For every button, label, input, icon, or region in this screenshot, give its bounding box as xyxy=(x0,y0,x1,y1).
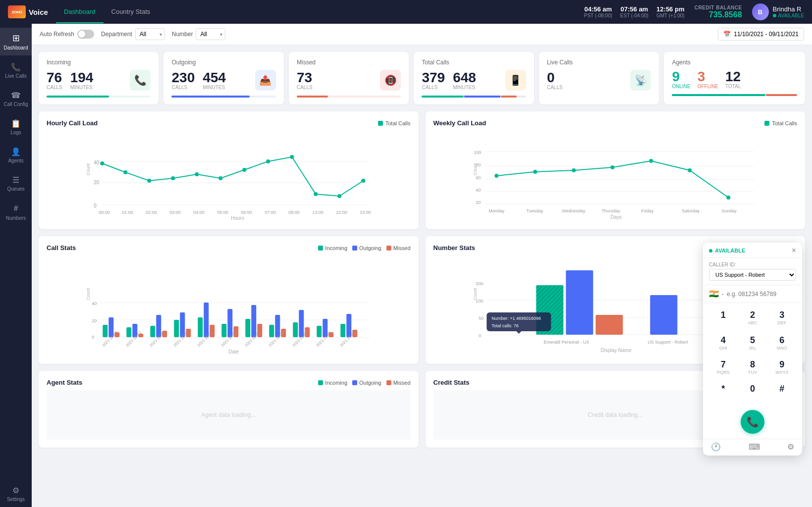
dial-key-0[interactable]: 0 xyxy=(738,380,766,404)
total-minutes: 648 xyxy=(453,71,476,85)
tab-dashboard[interactable]: Dashboard xyxy=(56,1,104,23)
svg-text:Thursday: Thursday xyxy=(601,208,620,213)
sidebar-item-dashboard[interactable]: ⊞ Dashboard xyxy=(0,28,32,55)
svg-text:100: 100 xyxy=(476,299,483,304)
dial-key-2[interactable]: 2 ABC xyxy=(738,306,766,330)
svg-text:40: 40 xyxy=(94,160,100,165)
dialpad-header: AVAILABLE × xyxy=(703,243,802,258)
svg-text:40: 40 xyxy=(476,188,481,193)
total-icon: 📱 xyxy=(505,70,526,91)
svg-text:Count: Count xyxy=(86,163,91,175)
svg-point-18 xyxy=(361,179,365,183)
svg-point-7 xyxy=(100,161,104,165)
sidebar-item-settings[interactable]: ⚙ Settings xyxy=(0,481,32,507)
keypad-icon[interactable]: ⌨ xyxy=(749,442,760,452)
dial-key-1[interactable]: 1 xyxy=(709,306,737,330)
dial-key-5[interactable]: 5 JKL xyxy=(738,331,766,355)
svg-text:08:00: 08:00 xyxy=(288,210,300,215)
svg-text:0: 0 xyxy=(479,333,481,338)
settings-icon: ⚙ xyxy=(12,486,19,495)
sidebar-item-agents[interactable]: 👤 Agents xyxy=(0,142,32,168)
missed-title: Missed xyxy=(297,59,401,66)
available-label: AVAILABLE xyxy=(715,248,745,254)
caller-id-label: CALLER ID: xyxy=(709,262,796,267)
total-title: Total Calls xyxy=(422,59,526,66)
svg-text:Days: Days xyxy=(610,214,622,220)
incoming-calls: 76 xyxy=(47,71,62,85)
svg-text:04:00: 04:00 xyxy=(193,210,205,215)
svg-rect-89 xyxy=(293,322,298,337)
number-select[interactable]: All xyxy=(196,28,225,40)
svg-point-8 xyxy=(123,170,127,174)
svg-text:20: 20 xyxy=(92,318,97,323)
svg-point-9 xyxy=(147,179,151,183)
department-select[interactable]: All xyxy=(135,28,165,40)
svg-rect-68 xyxy=(126,327,131,337)
svg-rect-120 xyxy=(566,270,593,335)
tab-country-stats[interactable]: Country Stats xyxy=(104,1,159,23)
svg-text:Saturday: Saturday xyxy=(682,208,700,213)
svg-text:Hours: Hours xyxy=(231,215,244,220)
dial-key-3[interactable]: 3 DEF xyxy=(768,306,796,330)
dialpad-overlay: AVAILABLE × CALLER ID: US Support - Robe… xyxy=(703,243,802,456)
svg-point-46 xyxy=(649,159,653,163)
caller-id-select[interactable]: US Support - Robert xyxy=(709,269,796,281)
user-info[interactable]: B Brindha R AVAILABLE xyxy=(752,3,804,20)
dial-key-hash[interactable]: # xyxy=(768,380,796,404)
incoming-bar xyxy=(47,96,151,98)
dialpad-close-button[interactable]: × xyxy=(792,247,796,254)
hourly-chart-title: Hourly Call Load xyxy=(47,119,98,127)
dial-key-star[interactable]: * xyxy=(709,380,737,404)
missed-icon: 📵 xyxy=(380,70,401,91)
date-range-picker[interactable]: 📅 11/10/2021 - 09/11/2021 xyxy=(718,28,804,41)
call-button[interactable]: 📞 xyxy=(741,410,764,434)
history-icon[interactable]: 🕐 xyxy=(711,442,721,452)
svg-text:22:00: 22:00 xyxy=(336,210,347,215)
hourly-chart-svg: 0 20 40 Count xyxy=(47,131,411,220)
auto-refresh-control[interactable]: Auto Refresh xyxy=(40,30,94,39)
svg-text:Sunday: Sunday xyxy=(721,208,737,213)
settings-dialpad-icon[interactable]: ⚙ xyxy=(787,442,794,452)
sidebar-item-logs[interactable]: 📋 Logs xyxy=(0,114,32,140)
sidebar-item-numbers[interactable]: ＃ Numbers xyxy=(0,199,32,226)
stat-cards-row: Incoming 76 CALLS 194 MINUTES xyxy=(39,52,805,104)
calendar-icon: 📅 xyxy=(723,31,731,38)
number-control: Number All xyxy=(172,28,226,40)
svg-rect-122 xyxy=(650,295,677,335)
svg-point-43 xyxy=(533,170,537,174)
hourly-chart: Hourly Call Load Total Calls 0 20 40 xyxy=(39,111,419,229)
svg-text:US Support - Robert: US Support - Robert xyxy=(648,340,688,345)
svg-point-45 xyxy=(610,165,614,169)
svg-text:Emerald Personal - US: Emerald Personal - US xyxy=(543,340,589,345)
svg-text:Number: +1 4695016096: Number: +1 4695016096 xyxy=(491,316,541,321)
live-calls-val: 0 xyxy=(547,71,563,85)
auto-refresh-toggle[interactable] xyxy=(77,30,94,39)
dial-key-6[interactable]: 6 MNO xyxy=(768,331,796,355)
stat-card-total: Total Calls 379 CALLS 648 MINUTES xyxy=(414,52,534,104)
sidebar-item-queues[interactable]: ☰ Queues xyxy=(0,170,32,197)
call-stats-chart: Call Stats Incoming Outgoing Missed Coun… xyxy=(39,236,419,364)
svg-marker-126 xyxy=(516,331,521,334)
total-calls: 379 xyxy=(422,71,445,85)
sidebar-item-call-config[interactable]: ☎ Call Config xyxy=(0,86,32,112)
svg-point-11 xyxy=(195,172,199,176)
svg-text:50: 50 xyxy=(479,316,484,321)
svg-text:Tuesday: Tuesday xyxy=(526,208,543,213)
svg-rect-77 xyxy=(198,317,203,337)
agents-title: Agents xyxy=(672,59,797,66)
call-stats-svg: Count 0 20 40 xyxy=(47,255,411,355)
svg-text:02:00: 02:00 xyxy=(146,210,157,215)
svg-text:00:00: 00:00 xyxy=(99,210,110,215)
dial-key-4[interactable]: 4 GHI xyxy=(709,331,737,355)
dial-key-9[interactable]: 9 WXYZ xyxy=(768,355,796,379)
credit-balance: CREDIT BALANCE 735.8568 xyxy=(695,5,742,19)
sidebar-item-live-calls[interactable]: 📞 Live Calls xyxy=(0,57,32,84)
missed-bar xyxy=(297,96,401,98)
dial-key-7[interactable]: 7 PQRS xyxy=(709,355,737,379)
svg-point-13 xyxy=(242,168,246,172)
incoming-icon: 📞 xyxy=(130,70,151,91)
phone-input[interactable] xyxy=(727,291,801,298)
agents-offline: 3 xyxy=(698,70,718,84)
dialpad-grid: 1 2 ABC 3 DEF 4 GHI 5 JKL 6 MNO 7 PQRS 8 xyxy=(703,303,802,407)
dial-key-8[interactable]: 8 TUV xyxy=(738,355,766,379)
